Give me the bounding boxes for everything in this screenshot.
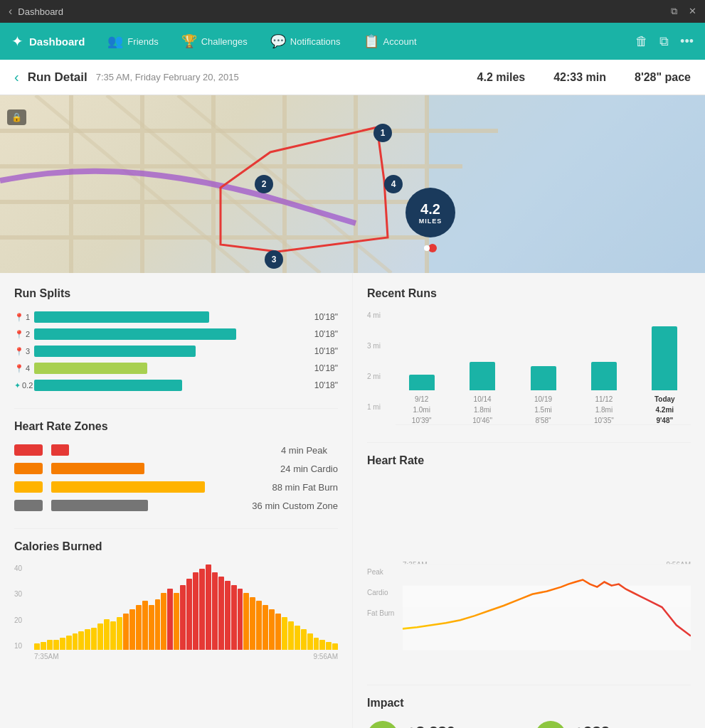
recent-date-4: Today xyxy=(654,395,675,403)
y-label-40: 40 xyxy=(14,564,22,572)
calories-bar-16 xyxy=(136,605,142,650)
split-marker-0: 📍 1 xyxy=(14,313,28,322)
waypoint-2: 2 xyxy=(255,175,273,193)
hr-zones-section: Heart Rate Zones 4 min Peak 24 min Cardi… xyxy=(14,420,338,511)
recent-bar-group-1: 10/14 1.8mi 10'46" xyxy=(456,311,508,424)
calories-bar-26 xyxy=(199,569,205,650)
svg-rect-0 xyxy=(427,95,705,273)
impact-value-1: +932 xyxy=(575,723,659,728)
hr-zone-color-1 xyxy=(14,463,43,474)
hr-zone-bar-2 xyxy=(51,481,205,493)
hr-chart-title: Heart Rate xyxy=(367,454,691,467)
delete-btn[interactable]: 🗑 xyxy=(635,34,648,49)
calories-bar-44 xyxy=(314,638,319,650)
split-bar-container-4 xyxy=(34,380,304,391)
calories-bar-3 xyxy=(53,640,59,650)
map-background: 1 2 3 4 4.2 MILES 🔒 xyxy=(0,95,705,273)
waypoint-1: 1 xyxy=(373,124,392,142)
hr-zone-bar-container-2 xyxy=(51,481,265,493)
impact-value-0: +8,230 xyxy=(407,723,482,728)
recent-dist-3: 1.8mi xyxy=(595,406,613,414)
left-panel: Run Splits 📍 1 10'18" 📍 2 10'18" 📍 3 10'… xyxy=(0,273,352,728)
calories-bar-29 xyxy=(218,577,224,650)
nav-label-notifications: Notifications xyxy=(290,36,341,47)
recent-runs-section: Recent Runs 4 mi 3 mi 2 mi 1 mi 9/12 1.0… xyxy=(367,287,691,425)
run-header: ‹ Run Detail 7:35 AM, Friday February 20… xyxy=(0,60,705,95)
stat-duration-value: 42:33 min xyxy=(553,71,606,84)
title-bar-close-btn[interactable]: ✕ xyxy=(689,6,696,17)
run-title: Run Detail xyxy=(28,70,88,85)
impact-text-0: +8,230 of 13,492 steps taken xyxy=(407,723,482,728)
nav-items: 👥 Friends 🏆 Challenges 💬 Notifications 📋… xyxy=(107,33,635,49)
calories-bar-23 xyxy=(180,585,186,650)
title-bar: ‹ Dashboard ⧉ ✕ xyxy=(0,0,705,23)
recent-date-2: 10/19 xyxy=(534,395,552,403)
stat-distance: 4.2 miles xyxy=(477,71,526,84)
back-button[interactable]: ‹ xyxy=(14,69,19,85)
challenges-icon: 🏆 xyxy=(181,33,197,49)
hr-zone-label-2: 88 min Fat Burn xyxy=(272,482,339,493)
calories-bar-4 xyxy=(60,638,65,650)
title-bar-copy-btn[interactable]: ⧉ xyxy=(671,6,677,17)
impact-section: Impact ⚡ +8,230 of 13,492 steps taken 🔥 … xyxy=(367,697,691,728)
calories-bar-31 xyxy=(231,585,237,650)
map-area: 1 2 3 4 4.2 MILES 🔒 xyxy=(0,95,705,273)
nav-item-challenges[interactable]: 🏆 Challenges xyxy=(181,33,248,49)
recent-date-3: 11/12 xyxy=(595,395,613,403)
title-bar-back-btn[interactable]: ‹ xyxy=(9,5,12,18)
recent-pace-2: 8'58" xyxy=(535,417,551,424)
impact-icon-0: ⚡ xyxy=(367,721,398,728)
hr-zone-row-2: 88 min Fat Burn xyxy=(14,481,338,493)
split-row-3: 📍 4 10'18" xyxy=(14,363,338,374)
copy-btn[interactable]: ⧉ xyxy=(659,34,669,49)
calories-bar-10 xyxy=(97,623,103,650)
hr-zone-color-0 xyxy=(14,444,43,456)
recent-bar-group-4: Today 4.2mi 9'48" xyxy=(639,311,691,424)
badge-distance: 4.2 xyxy=(420,201,440,218)
hr-chart-section: Heart Rate Peak Cardio Fat Burn 15 xyxy=(367,454,691,668)
svg-rect-16 xyxy=(403,564,691,585)
split-row-2: 📍 3 10'18" xyxy=(14,346,338,357)
run-date: 7:35 AM, Friday February 20, 2015 xyxy=(96,72,239,82)
hr-zone-bar-0 xyxy=(51,444,69,456)
waypoint-3: 3 xyxy=(265,250,283,269)
recent-date-0: 9/12 xyxy=(415,395,428,403)
more-btn[interactable]: ••• xyxy=(680,34,694,49)
nav-item-account[interactable]: 📋 Account xyxy=(364,33,417,49)
calories-bar-27 xyxy=(206,564,211,650)
hr-zone-bar-container-1 xyxy=(51,463,273,474)
recent-dist-4: 4.2mi xyxy=(656,406,674,414)
calories-bar-33 xyxy=(243,593,249,650)
nav-item-notifications[interactable]: 💬 Notifications xyxy=(270,33,341,49)
calories-bar-45 xyxy=(319,640,325,650)
recent-pace-3: 10'35" xyxy=(594,417,614,424)
calories-bar-37 xyxy=(269,609,275,650)
calories-bar-17 xyxy=(142,601,148,650)
calories-chart: 40 30 20 10 7:35AM 9:56AM xyxy=(14,564,338,664)
recent-y-labels: 4 mi 3 mi 2 mi 1 mi xyxy=(367,311,392,411)
splits-title: Run Splits xyxy=(14,287,338,300)
nav-label-account: Account xyxy=(383,36,417,47)
hr-cardio-label: Cardio xyxy=(367,589,401,596)
hr-zone-color-2 xyxy=(14,481,43,493)
hr-zone-bar-container-0 xyxy=(51,444,274,456)
waypoint-4: 4 xyxy=(384,175,403,193)
calories-bar-46 xyxy=(326,642,332,650)
badge-unit: MILES xyxy=(419,218,442,225)
recent-bar-group-0: 9/12 1.0mi 10'39" xyxy=(396,311,447,424)
map-lock-icon: 🔒 xyxy=(7,109,26,125)
nav-label-challenges: Challenges xyxy=(201,36,248,47)
split-marker-3: 📍 4 xyxy=(14,364,28,373)
nav-brand[interactable]: Dashboard xyxy=(29,36,85,48)
recent-bar-group-2: 10/19 1.5mi 8'58" xyxy=(517,311,569,424)
recent-pace-4: 9'48" xyxy=(656,417,673,424)
calories-bar-25 xyxy=(193,572,198,650)
calories-bar-18 xyxy=(149,605,154,650)
calories-bar-2 xyxy=(47,640,53,650)
split-bar-0 xyxy=(34,311,209,323)
splits-section: Run Splits 📍 1 10'18" 📍 2 10'18" 📍 3 10'… xyxy=(14,287,338,391)
calories-bar-11 xyxy=(104,619,110,650)
nav-item-friends[interactable]: 👥 Friends xyxy=(107,33,158,49)
hr-peak-label: Peak xyxy=(367,568,401,576)
recent-runs-chart: 4 mi 3 mi 2 mi 1 mi 9/12 1.0mi 10'39" 10… xyxy=(367,311,691,425)
